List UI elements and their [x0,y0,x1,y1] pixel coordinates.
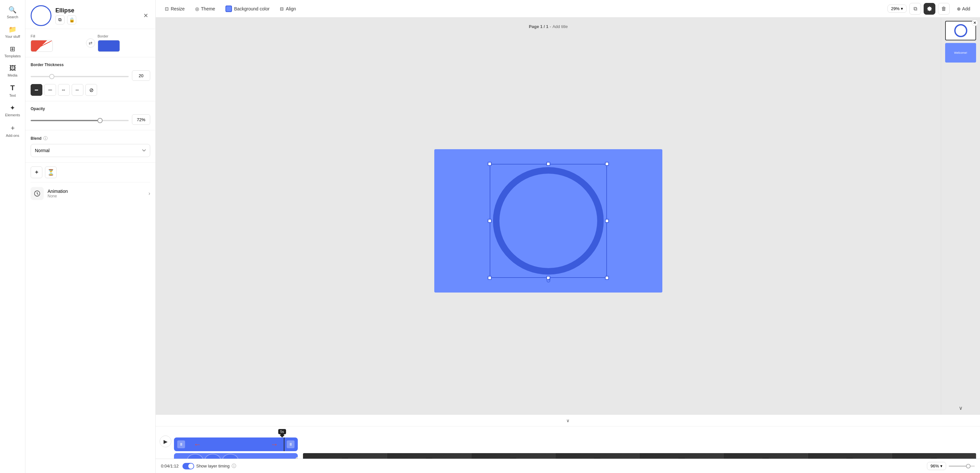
track-animation-bar[interactable]: Welcome! Welcome! Welcome! 5s › [174,453,298,459]
timeline-zoom-slider[interactable] [949,465,975,467]
add-label: Add [962,6,970,11]
bg-color-btn[interactable]: Background color [221,3,274,14]
blend-label: Blend [30,136,41,141]
toggle-switch-control[interactable] [183,463,194,470]
track-expand-btn[interactable]: › [295,457,298,459]
sidebar-item-text[interactable]: T Text [2,81,24,100]
ellipse-shape [493,167,604,275]
sidebar-item-your-stuff[interactable]: 📁 Your stuff [2,23,24,41]
thumb-ellipse [954,24,967,37]
left-sidebar: 🔍 Search 📁 Your stuff ⊞ Templates 🖼 Medi… [0,0,25,473]
line-style-none-btn[interactable]: ⊘ [85,84,97,96]
border-thickness-section: Border Thickness 20 ━ ─ ╌ ┄ ⊘ [25,57,155,101]
animation-row[interactable]: Animation None › [25,182,155,205]
bottom-bar: 0:04/1:12 Show layer timing ⓘ 96% ▾ [156,459,980,473]
resize-btn[interactable]: ⊡ Resize [161,4,189,13]
track-pause-right-btn[interactable]: ⏸ [287,440,294,448]
slide-background[interactable]: ↺ [434,149,662,293]
blend-info-icon[interactable]: ⓘ [43,135,48,142]
extra-icons-row: ✦ ⏳ [25,162,155,182]
add-title-link[interactable]: Add title [552,24,568,29]
handle-bottom-left[interactable] [488,276,492,280]
border-thickness-input[interactable]: 20 [132,70,150,81]
resize-label: Resize [171,6,185,11]
rotate-handle[interactable]: ↺ [546,277,551,284]
sidebar-item-templates[interactable]: ⊞ Templates [2,42,24,61]
play-icon: ▶ [164,438,167,445]
handle-top-right[interactable] [605,162,609,166]
bottom-zoom-value: 96% [931,463,939,468]
hourglass-btn[interactable]: ⏳ [45,166,57,178]
svg-rect-2 [342,458,348,459]
panel-collapse-btn[interactable]: ∨ [959,405,963,411]
toolbar-right: 29% ▾ ⧉ 🗑 ⊕ Add [888,3,975,15]
welcome-circle-2: Welcome! [205,454,221,459]
line-style-dotted-btn[interactable]: ┄ [72,84,83,96]
page-thumbnail-2[interactable]: Welcome! [945,43,976,62]
border-color-swatch[interactable] [98,40,120,52]
close-panel-btn[interactable]: ✕ [141,11,150,20]
fill-border-section: Fill ⇄ Border [25,29,155,57]
add-btn[interactable]: ⊕ Add [952,4,975,13]
border-thickness-label: Border Thickness [30,62,150,67]
templates-icon: ⊞ [10,45,15,53]
zoom-value: 29% [891,6,899,11]
svg-rect-9 [931,458,937,459]
search-icon: 🔍 [8,6,17,14]
animation-icon [30,187,44,200]
svg-rect-5 [594,458,600,459]
video-frame-1 [303,453,387,459]
track-pause-left-btn[interactable]: ⏸ [177,440,185,448]
bottom-zoom-control[interactable]: 96% ▾ [927,462,946,470]
sidebar-item-add-ons[interactable]: ＋ Add-ons [2,121,24,140]
page-separator: - [550,24,551,29]
duplicate-element-btn[interactable]: ⧉ [56,15,65,24]
sidebar-item-elements[interactable]: ✦ Elements [2,101,24,119]
border-thickness-slider[interactable] [30,76,129,77]
sparkle-btn[interactable]: ✦ [30,166,42,178]
swap-fill-border-btn[interactable]: ⇄ [86,38,95,48]
sidebar-item-label: Your stuff [5,35,20,38]
chevron-down-icon-2: ▾ [940,463,943,468]
animation-title: Animation [48,189,145,194]
opacity-slider[interactable] [30,120,129,121]
svg-rect-8 [846,458,853,459]
line-style-solid-light-btn[interactable]: ─ [44,84,56,96]
blend-select[interactable]: Normal Multiply Screen Overlay Darken Li… [30,144,150,157]
timeline-collapse-btn[interactable]: ∨ [156,415,980,427]
play-btn[interactable]: ▶ [160,436,171,447]
handle-top-left[interactable] [488,162,492,166]
lock-element-btn[interactable]: 🔒 [67,15,76,24]
track-ellipse-bar[interactable]: ⏸ ← → ⏸ [174,438,298,451]
track-ellipse-row: ⏸ ← → ⏸ [174,438,976,451]
page-label: Page 1 / 1 - Add title [529,24,568,29]
fill-color-swatch[interactable] [30,40,53,52]
sidebar-item-media[interactable]: 🖼 Media [2,62,24,80]
ellipse-element[interactable]: ↺ [493,167,604,275]
align-btn[interactable]: ⊟ Align [276,4,300,13]
handle-middle-right[interactable] [605,219,609,223]
welcome-circles: Welcome! Welcome! Welcome! [174,453,251,459]
video-track[interactable]: 52.3s [303,453,976,459]
line-style-dashed-btn[interactable]: ╌ [58,84,70,96]
canvas-area[interactable]: Page 1 / 1 - Add title [156,18,941,414]
handle-middle-left[interactable] [488,219,492,223]
svg-point-1 [35,191,36,193]
handle-top-middle[interactable] [546,162,550,166]
zoom-control[interactable]: 29% ▾ [888,5,907,13]
svg-rect-4 [510,458,516,459]
main-area: ⊡ Resize ◎ Theme Background color ⊟ Alig… [156,0,980,473]
close-panel-thumb-btn[interactable]: ✕ [972,19,978,26]
line-style-solid-dark-btn[interactable]: ━ [30,84,42,96]
theme-btn[interactable]: ◎ Theme [191,4,219,13]
delete-btn[interactable]: 🗑 [938,3,950,15]
opacity-input[interactable]: 72% [132,114,150,125]
sidebar-item-search[interactable]: 🔍 Search [2,3,24,21]
panel-header: Ellipse ⧉ 🔒 ✕ [25,0,155,29]
blend-info-row: Blend ⓘ [30,135,150,142]
handle-bottom-right[interactable] [605,276,609,280]
settings-btn[interactable] [924,3,935,15]
toggle-info-icon[interactable]: ⓘ [232,463,236,469]
show-layer-timing-toggle[interactable]: Show layer timing ⓘ [183,463,236,470]
undo-btn[interactable]: ⧉ [909,3,921,15]
